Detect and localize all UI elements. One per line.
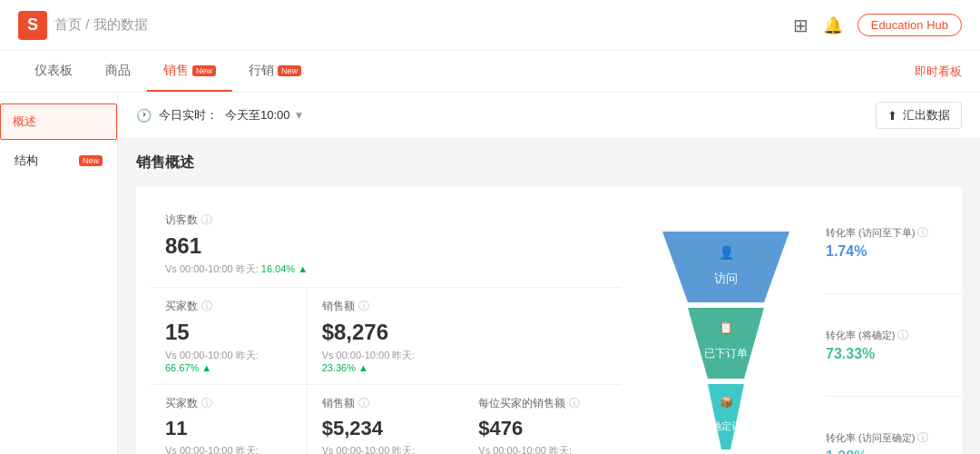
chevron-down-icon: ▼ <box>294 109 305 122</box>
breadcrumb-sep: / <box>85 16 93 32</box>
sales1-info-icon[interactable]: ⓘ <box>358 299 369 314</box>
svg-text:📋: 📋 <box>719 320 734 335</box>
metric-buyers-2-label: 买家数 ⓘ <box>165 396 292 411</box>
conv-divider-2 <box>826 396 962 397</box>
metric-buyers-1-value: 15 <box>165 320 292 345</box>
sales-new-badge: New <box>192 65 216 76</box>
metrics-cards: 访客数 ⓘ 861 Vs 00:00-10:00 昨天: 16.04% ▲ 买家… <box>136 187 635 454</box>
tab-sales[interactable]: 销售 New <box>147 51 232 92</box>
content: 概述 结构 New 🕐 今日实时： 今天至10:00 ▼ ⬆ 汇出数据 <box>0 93 980 454</box>
shopee-logo: S <box>18 11 47 40</box>
conversion-visit-confirm: 转化率 (访问至确定) ⓘ 1.28% <box>826 423 962 454</box>
tab-products[interactable]: 商品 <box>89 51 147 92</box>
metric-visitors: 访客数 ⓘ 861 Vs 00:00-10:00 昨天: 16.04% ▲ <box>151 202 621 288</box>
metric-visitors-compare: Vs 00:00-10:00 昨天: 16.04% ▲ <box>165 262 606 276</box>
conv-divider-1 <box>826 293 962 294</box>
svg-text:已确定订单: 已确定订单 <box>701 420 751 431</box>
structure-new-badge: New <box>79 155 103 166</box>
metric-sales-2-label: 销售额 ⓘ <box>322 396 450 411</box>
metric-per-buyer-compare: Vs 00:00-10:00 昨天: -14.17% ▼ <box>478 444 606 454</box>
sidebar-item-overview[interactable]: 概述 <box>0 104 117 140</box>
conversion-visit-order: 转化率 (访问至下单) ⓘ 1.74% <box>826 218 962 267</box>
date-filter: 🕐 今日实时： 今天至10:00 ▼ <box>136 107 304 123</box>
conversion-rates: 转化率 (访问至下单) ⓘ 1.74% 转化率 (将确定) ⓘ 73.33% <box>817 187 962 454</box>
header-right: ⊞ 🔔 Education Hub <box>793 14 962 36</box>
metric-buyers-1: 买家数 ⓘ 15 Vs 00:00-10:00 昨天: 66.67% ▲ <box>151 288 308 385</box>
metric-visitors-value: 861 <box>165 233 606 259</box>
breadcrumb-current: 我的数据 <box>93 16 148 32</box>
funnel-svg: 👤 访问 📋 已下订单 📦 已确定订单 <box>653 232 799 449</box>
visitors-info-icon[interactable]: ⓘ <box>201 212 212 228</box>
header-left: S 首页 / 我的数据 <box>18 11 148 40</box>
grid-icon[interactable]: ⊞ <box>793 15 808 36</box>
breadcrumb-home[interactable]: 首页 <box>54 16 82 32</box>
header: S 首页 / 我的数据 ⊞ 🔔 Education Hub <box>0 0 980 51</box>
toolbar: 🕐 今日实时： 今天至10:00 ▼ ⬆ 汇出数据 <box>118 93 980 139</box>
date-value: 今天至10:00 <box>225 107 290 123</box>
svg-marker-0 <box>662 232 789 302</box>
metric-sales-2: 销售额 ⓘ $5,234 Vs 00:00-10:00 昨天: -16.80% … <box>308 385 465 454</box>
svg-text:📦: 📦 <box>720 395 733 409</box>
metric-per-buyer: 每位买家的销售额 ⓘ $476 Vs 00:00-10:00 昨天: -14.1… <box>464 385 621 454</box>
metric-empty-1 <box>464 288 621 385</box>
conv-visit-order-value: 1.74% <box>826 243 962 260</box>
sidebar: 概述 结构 New <box>0 93 118 454</box>
cards-funnel-container: 访客数 ⓘ 861 Vs 00:00-10:00 昨天: 16.04% ▲ 买家… <box>136 187 962 454</box>
metric-buyers-1-label: 买家数 ⓘ <box>165 299 292 314</box>
clock-icon: 🕐 <box>136 108 152 123</box>
section-title: 销售概述 <box>136 153 962 173</box>
tab-marketing[interactable]: 行销 New <box>232 51 318 92</box>
bell-icon[interactable]: 🔔 <box>823 15 843 35</box>
svg-text:👤: 👤 <box>719 245 735 261</box>
export-button[interactable]: ⬆ 汇出数据 <box>876 102 962 129</box>
metric-buyers-2-compare: Vs 00:00-10:00 昨天: 37.50% ▲ <box>165 444 292 454</box>
metric-per-buyer-label: 每位买家的销售额 ⓘ <box>478 396 606 411</box>
svg-text:访问: 访问 <box>714 271 738 285</box>
sales2-info-icon[interactable]: ⓘ <box>358 396 369 411</box>
conv-visit-order-label: 转化率 (访问至下单) ⓘ <box>826 225 962 241</box>
date-select[interactable]: 今天至10:00 ▼ <box>225 107 304 123</box>
conv1-info-icon[interactable]: ⓘ <box>897 328 908 343</box>
metric-per-buyer-value: $476 <box>478 417 606 440</box>
per-buyer-info-icon[interactable]: ⓘ <box>569 396 580 411</box>
conv-confirm-label: 转化率 (将确定) ⓘ <box>826 328 962 343</box>
sidebar-item-structure[interactable]: 结构 New <box>0 143 117 178</box>
svg-marker-6 <box>708 384 744 449</box>
buyers2-info-icon[interactable]: ⓘ <box>201 396 212 411</box>
metric-buyers-2-value: 11 <box>165 417 292 440</box>
marketing-new-badge: New <box>278 65 301 76</box>
sales-section: 销售概述 访客数 ⓘ 861 Vs 00:00-10:00 昨天: 16.04%… <box>118 139 980 454</box>
conv-confirm-value: 73.33% <box>826 346 962 362</box>
metric-buyers-2: 买家数 ⓘ 11 Vs 00:00-10:00 昨天: 37.50% ▲ <box>151 385 308 454</box>
main-content: 🕐 今日实时： 今天至10:00 ▼ ⬆ 汇出数据 销售概述 <box>118 93 980 454</box>
conv2-info-icon[interactable]: ⓘ <box>917 430 928 446</box>
metric-sales-1: 销售额 ⓘ $8,276 Vs 00:00-10:00 昨天: 23.36% ▲ <box>308 288 465 385</box>
conv-visit-confirm-label: 转化率 (访问至确定) ⓘ <box>826 430 962 446</box>
metric-sales-1-compare: Vs 00:00-10:00 昨天: 23.36% ▲ <box>322 349 450 373</box>
metric-sales-2-value: $5,234 <box>322 417 450 440</box>
tab-dashboard[interactable]: 仪表板 <box>18 51 89 92</box>
nav-tabs-left: 仪表板 商品 销售 New 行销 New <box>18 51 318 92</box>
conv0-info-icon[interactable]: ⓘ <box>917 225 928 241</box>
nav-tabs: 仪表板 商品 销售 New 行销 New 即时看板 <box>0 51 980 93</box>
metric-sales-1-label: 销售额 ⓘ <box>322 299 450 314</box>
metric-visitors-label: 访客数 ⓘ <box>165 212 606 228</box>
svg-marker-3 <box>688 308 764 379</box>
metric-buyers-1-compare: Vs 00:00-10:00 昨天: 66.67% ▲ <box>165 349 292 373</box>
metric-sales-2-compare: Vs 00:00-10:00 昨天: -16.80% ▼ <box>322 444 450 454</box>
conversion-confirm: 转化率 (将确定) ⓘ 73.33% <box>826 321 962 370</box>
instant-link[interactable]: 即时看板 <box>915 64 962 80</box>
date-prefix: 今日实时： <box>159 107 218 123</box>
export-icon: ⬆ <box>887 109 897 123</box>
metric-sales-1-value: $8,276 <box>322 320 450 345</box>
svg-text:已下订单: 已下订单 <box>704 347 748 360</box>
funnel-visual: 👤 访问 📋 已下订单 📦 已确定订单 <box>635 187 817 454</box>
education-hub-button[interactable]: Education Hub <box>858 14 962 36</box>
conv-visit-confirm-value: 1.28% <box>826 449 962 454</box>
export-label: 汇出数据 <box>903 107 950 123</box>
breadcrumb: 首页 / 我的数据 <box>54 16 148 34</box>
buyers1-info-icon[interactable]: ⓘ <box>201 299 212 314</box>
